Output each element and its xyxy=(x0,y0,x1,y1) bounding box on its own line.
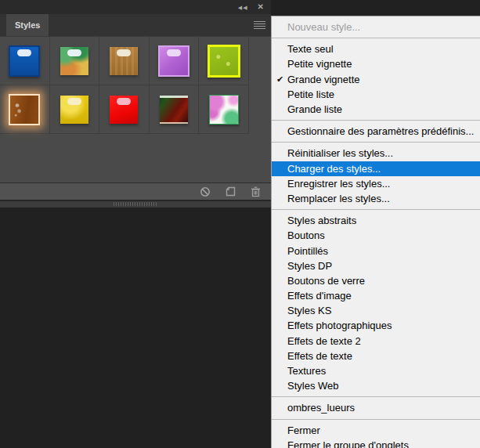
style-cell xyxy=(150,37,200,85)
highlight-pill xyxy=(167,49,181,56)
menu-item-label: Effets de texte 2 xyxy=(287,335,361,347)
style-swatch-purple-glass[interactable] xyxy=(158,45,189,77)
menu-separator xyxy=(272,396,480,397)
menu-item[interactable]: Pointillés xyxy=(272,243,480,258)
menu-item[interactable]: Effets de texte 2 xyxy=(272,334,480,349)
menu-item-label: Grande vignette xyxy=(287,74,360,85)
prohibition-icon xyxy=(200,186,211,197)
styles-panel: ◀◀ ✕ Styles xyxy=(0,0,271,208)
style-swatch-brown-texture[interactable] xyxy=(110,47,138,75)
menu-item-label: Fermer xyxy=(287,425,320,436)
menu-item[interactable]: Styles abstraits xyxy=(272,213,480,228)
trash-icon xyxy=(251,186,261,197)
highlight-pill xyxy=(17,49,31,56)
menu-item-label: Charger des styles... xyxy=(287,163,381,175)
style-swatch-floral[interactable] xyxy=(209,95,239,125)
menu-item-label: Grande liste xyxy=(287,103,342,115)
styles-swatch-area xyxy=(0,36,271,182)
style-swatch-yellow-gloss[interactable] xyxy=(60,96,88,124)
menu-item[interactable]: Fermer xyxy=(272,423,480,438)
menu-item-label: Enregistrer les styles... xyxy=(287,178,391,190)
clear-style-button[interactable] xyxy=(200,186,211,197)
menu-item-label: Boutons de verre xyxy=(287,275,365,287)
menu-item[interactable]: ✔Grande vignette xyxy=(272,72,480,87)
panel-menu-icon[interactable] xyxy=(254,21,265,29)
menu-item[interactable]: Textures xyxy=(272,363,480,378)
menu-item[interactable]: Nouveau style... xyxy=(272,20,480,34)
menu-item[interactable]: Fermer le groupe d'onglets xyxy=(272,438,480,448)
style-swatch-red-gloss[interactable] xyxy=(110,96,138,124)
style-cell xyxy=(0,37,50,85)
menu-item[interactable]: Effets photographiques xyxy=(272,318,480,333)
highlight-pill xyxy=(117,98,131,105)
delete-style-button[interactable] xyxy=(251,186,261,197)
style-cell xyxy=(99,85,150,134)
menu-separator xyxy=(272,142,480,143)
check-icon: ✔ xyxy=(276,75,287,84)
menu-item-label: Réinitialiser les styles... xyxy=(287,147,393,159)
collapse-to-icons-icon[interactable]: ◀◀ xyxy=(238,5,248,10)
menu-item[interactable]: Styles KS xyxy=(272,303,480,318)
menu-separator xyxy=(272,120,480,121)
menu-item-label: Gestionnaire des paramètres prédéfinis..… xyxy=(287,125,474,137)
menu-item-label: ombres_lueurs xyxy=(287,402,355,414)
menu-item-label: Styles KS xyxy=(287,305,331,316)
style-swatch-blue-button[interactable] xyxy=(9,45,40,77)
menu-separator xyxy=(272,209,480,210)
style-cell xyxy=(50,37,100,85)
style-swatch-dark-gradient[interactable] xyxy=(160,96,188,124)
menu-item-label: Textures xyxy=(287,365,326,377)
menu-item-label: Effets de texte xyxy=(287,350,352,362)
style-swatch-orange-glow[interactable] xyxy=(9,94,40,125)
style-swatch-abstract-painting[interactable] xyxy=(60,47,88,75)
menu-item-label: Effets photographiques xyxy=(287,320,392,331)
panel-title-bar: ◀◀ ✕ xyxy=(0,0,271,14)
menu-item[interactable]: Petite vignette xyxy=(272,56,480,71)
menu-item-label: Boutons xyxy=(287,229,325,241)
tab-styles-label: Styles xyxy=(15,20,40,30)
style-cell xyxy=(199,85,249,134)
style-cell xyxy=(50,85,100,134)
highlight-pill xyxy=(67,98,81,105)
style-cell xyxy=(99,37,150,85)
style-cell xyxy=(0,85,50,134)
close-icon[interactable]: ✕ xyxy=(258,3,264,11)
resize-grip[interactable] xyxy=(114,202,157,206)
menu-item-label: Styles abstraits xyxy=(287,215,356,226)
menu-item[interactable]: Gestionnaire des paramètres prédéfinis..… xyxy=(272,124,480,139)
menu-separator xyxy=(272,38,480,38)
menu-item-label: Texte seul xyxy=(287,43,334,55)
menu-item[interactable]: Texte seul xyxy=(272,42,480,56)
menu-item[interactable]: Petite liste xyxy=(272,87,480,102)
highlight-pill xyxy=(67,49,81,56)
menu-item-label: Styles DP xyxy=(287,260,332,272)
menu-item-label: Petite liste xyxy=(287,89,334,100)
panel-tab-bar: Styles xyxy=(0,14,271,36)
panel-context-menu: Nouveau style...Texte seulPetite vignett… xyxy=(271,16,480,448)
menu-item[interactable]: Styles DP xyxy=(272,258,480,273)
highlight-pill xyxy=(117,49,131,56)
tab-styles[interactable]: Styles xyxy=(6,14,49,36)
menu-separator xyxy=(272,419,480,420)
menu-item[interactable]: Charger des styles... xyxy=(272,161,480,176)
panel-toolbar xyxy=(0,182,271,200)
menu-item-label: Nouveau style... xyxy=(287,21,360,33)
menu-item[interactable]: Réinitialiser les styles... xyxy=(272,146,480,161)
menu-item[interactable]: Enregistrer les styles... xyxy=(272,176,480,191)
swatch-grid xyxy=(0,37,249,134)
menu-item-label: Petite vignette xyxy=(287,58,352,70)
menu-item[interactable]: ombres_lueurs xyxy=(272,400,480,415)
menu-item[interactable]: Boutons xyxy=(272,228,480,243)
menu-item[interactable]: Styles Web xyxy=(272,378,480,393)
menu-item[interactable]: Effets d'image xyxy=(272,288,480,303)
menu-item[interactable]: Effets de texte xyxy=(272,349,480,363)
menu-item-label: Effets d'image xyxy=(287,290,352,302)
panel-resize-bar xyxy=(0,200,271,208)
application-window: ◀◀ ✕ Styles xyxy=(0,0,480,448)
new-style-button[interactable] xyxy=(226,186,236,197)
menu-item-label: Remplacer les styles... xyxy=(287,193,390,204)
menu-item[interactable]: Boutons de verre xyxy=(272,273,480,288)
style-swatch-chartreuse-texture[interactable] xyxy=(208,45,240,78)
menu-item[interactable]: Remplacer les styles... xyxy=(272,191,480,206)
menu-item[interactable]: Grande liste xyxy=(272,102,480,117)
